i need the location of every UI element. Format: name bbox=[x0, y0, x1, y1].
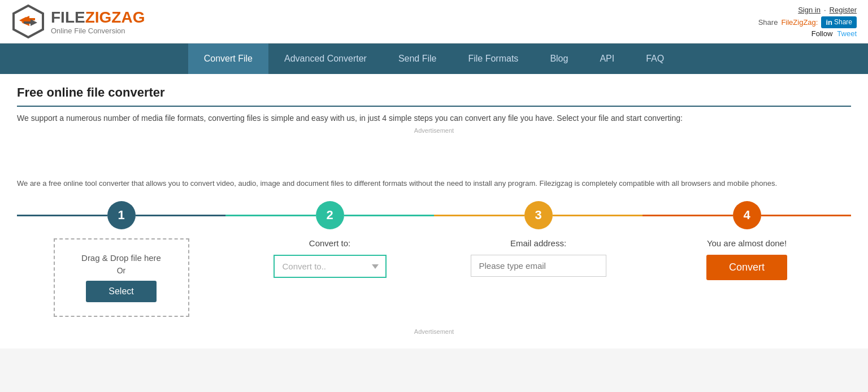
step-1-line-left bbox=[17, 215, 107, 216]
step-1-content: Drag & Drop file here Or Select bbox=[54, 238, 189, 317]
step-4: 4 You are almost done! Convert bbox=[643, 201, 851, 280]
logo-zigzag: ZIGZAG bbox=[85, 8, 145, 26]
main-content: Free online file converter We support a … bbox=[0, 74, 868, 349]
step-2-label: Convert to: bbox=[309, 238, 350, 248]
drop-zone[interactable]: Drag & Drop file here Or Select bbox=[54, 238, 189, 317]
description-text: We support a numerous number of media fi… bbox=[17, 114, 851, 123]
step-1-indicator: 1 bbox=[17, 201, 225, 229]
social-links: Follow Tweet bbox=[758, 29, 857, 38]
step-2: 2 Convert to: Convert to.. bbox=[225, 201, 434, 278]
convert-to-select[interactable]: Convert to.. bbox=[274, 255, 387, 278]
step-3: 3 Email address: bbox=[434, 201, 643, 277]
steps-row: 1 Drag & Drop file here Or Select 2 Conv… bbox=[17, 201, 851, 317]
logo-subtitle: Online File Conversion bbox=[51, 27, 145, 35]
dot-separator: · bbox=[824, 6, 826, 14]
tweet-link[interactable]: Tweet bbox=[837, 29, 857, 38]
step-4-indicator: 4 bbox=[643, 201, 851, 229]
step-3-indicator: 3 bbox=[434, 201, 643, 229]
step-3-line-right bbox=[553, 215, 643, 216]
page-title: Free online file converter bbox=[17, 85, 851, 107]
step-3-label: Email address: bbox=[510, 238, 566, 248]
signin-link[interactable]: Sign in bbox=[798, 6, 821, 14]
logo-file: FILE bbox=[51, 8, 85, 26]
step-4-content: You are almost done! Convert bbox=[706, 238, 787, 280]
converter-description: We are a free online tool converter that… bbox=[17, 179, 851, 188]
follow-link[interactable]: Follow bbox=[811, 29, 833, 38]
convert-button[interactable]: Convert bbox=[706, 255, 787, 280]
share-label: Share bbox=[758, 18, 778, 27]
nav-file-formats[interactable]: File Formats bbox=[452, 43, 534, 74]
linkedin-share-button[interactable]: in Share bbox=[821, 16, 857, 28]
step-4-line-left bbox=[643, 215, 733, 216]
nav-send-file[interactable]: Send File bbox=[383, 43, 453, 74]
main-nav: Convert File Advanced Converter Send Fil… bbox=[0, 43, 868, 74]
logo-area: FILEZIGZAG Online File Conversion bbox=[11, 5, 145, 38]
step-1-line-right bbox=[136, 215, 226, 216]
nav-advanced-converter[interactable]: Advanced Converter bbox=[268, 43, 383, 74]
drop-zone-text: Drag & Drop file here bbox=[66, 253, 177, 263]
share-area: Share FileZigZag: in Share bbox=[758, 16, 857, 28]
nav-faq[interactable]: FAQ bbox=[630, 43, 680, 74]
logo-text: FILEZIGZAG Online File Conversion bbox=[51, 8, 145, 35]
step-4-line-right bbox=[761, 215, 852, 216]
step-2-line-left bbox=[225, 215, 316, 216]
step-2-indicator: 2 bbox=[225, 201, 434, 229]
linkedin-icon: in bbox=[826, 18, 832, 27]
step-2-content: Convert to: Convert to.. bbox=[274, 238, 387, 278]
nav-convert-file[interactable]: Convert File bbox=[188, 43, 268, 74]
top-right: Sign in · Register Share FileZigZag: in … bbox=[758, 6, 857, 38]
register-link[interactable]: Register bbox=[830, 6, 857, 14]
step-2-circle: 2 bbox=[316, 201, 344, 229]
select-button[interactable]: Select bbox=[86, 281, 156, 302]
ad-label-top: Advertisement bbox=[17, 127, 851, 134]
logo-brand: FILEZIGZAG bbox=[51, 8, 145, 27]
step-1-circle: 1 bbox=[107, 201, 136, 229]
ad-label-bottom: Advertisement bbox=[17, 328, 851, 335]
step-3-circle: 3 bbox=[524, 201, 553, 229]
auth-links: Sign in · Register bbox=[758, 6, 857, 14]
nav-api[interactable]: API bbox=[584, 43, 630, 74]
logo-icon bbox=[11, 5, 45, 38]
step-3-content: Email address: bbox=[471, 238, 606, 277]
step-4-label: You are almost done! bbox=[707, 238, 787, 248]
step-3-line-left bbox=[434, 215, 524, 216]
top-bar: FILEZIGZAG Online File Conversion Sign i… bbox=[0, 0, 868, 43]
nav-blog[interactable]: Blog bbox=[534, 43, 584, 74]
share-filezigzag: FileZigZag: bbox=[781, 18, 818, 27]
drop-zone-or: Or bbox=[66, 266, 177, 275]
linkedin-share-label: Share bbox=[834, 18, 852, 26]
email-input[interactable] bbox=[471, 255, 606, 277]
step-1: 1 Drag & Drop file here Or Select bbox=[17, 201, 225, 317]
ad-area-top bbox=[17, 136, 851, 170]
step-4-circle: 4 bbox=[733, 201, 761, 229]
step-2-line-right bbox=[344, 215, 435, 216]
